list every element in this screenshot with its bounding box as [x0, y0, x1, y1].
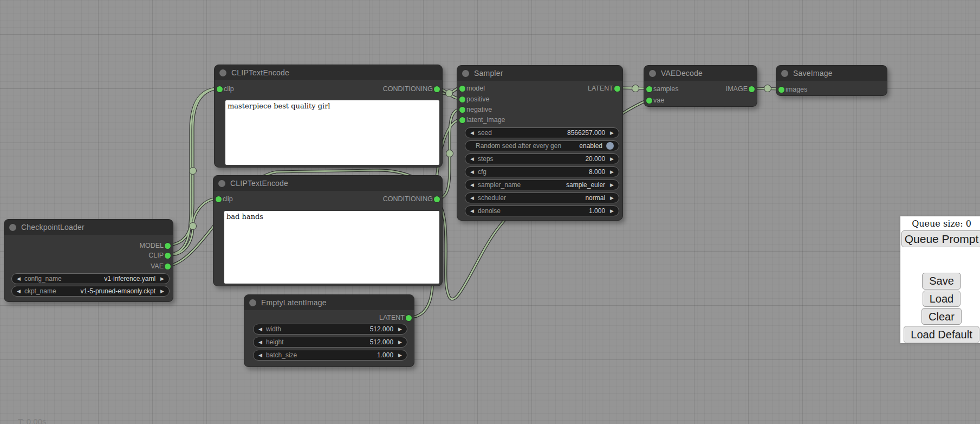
decrement-arrow-icon[interactable]: ◀	[258, 340, 262, 345]
output-port-conditioning[interactable]	[434, 196, 440, 202]
decrement-arrow-icon[interactable]: ◀	[470, 183, 474, 188]
output-label-conditioning: CONDITIONING	[383, 195, 433, 203]
widget-label: ckpt_name	[24, 287, 56, 295]
input-port-images[interactable]	[778, 87, 784, 93]
collapse-dot-icon[interactable]	[649, 70, 656, 77]
increment-arrow-icon[interactable]: ▶	[610, 209, 614, 214]
increment-arrow-icon[interactable]: ▶	[610, 183, 614, 188]
widget-scheduler[interactable]: ◀ scheduler normal ▶	[465, 192, 619, 203]
widget-value: 8566257.000	[567, 129, 605, 137]
output-port-latent[interactable]	[406, 315, 412, 321]
collapse-dot-icon[interactable]	[218, 180, 225, 187]
node-title-label: CLIPTextEncode	[231, 68, 289, 77]
widget-value: 512.000	[370, 325, 393, 333]
input-port-clip[interactable]	[216, 196, 222, 202]
increment-arrow-icon[interactable]: ▶	[160, 289, 164, 294]
output-port-model[interactable]	[165, 243, 171, 249]
decrement-arrow-icon[interactable]: ◀	[17, 277, 21, 281]
prompt-textarea[interactable]	[225, 100, 439, 165]
save-button[interactable]: Save	[922, 273, 961, 290]
decrement-arrow-icon[interactable]: ◀	[470, 131, 474, 136]
widget-denoise[interactable]: ◀ denoise 1.000 ▶	[465, 205, 619, 216]
node-save-image[interactable]: SaveImage images	[776, 65, 887, 96]
input-port-model[interactable]	[459, 86, 465, 92]
widget-sampler-name[interactable]: ◀ sampler_name sample_euler ▶	[465, 179, 619, 190]
increment-arrow-icon[interactable]: ▶	[610, 170, 614, 175]
output-port-conditioning[interactable]	[434, 86, 440, 92]
input-port-clip[interactable]	[217, 86, 223, 92]
node-title-label: SaveImage	[793, 69, 833, 78]
node-vae-decode[interactable]: VAEDecode samples IMAGE vae	[644, 65, 757, 107]
widget-random-seed-toggle[interactable]: Random seed after every gen enabled	[465, 140, 619, 151]
prompt-textarea[interactable]	[224, 211, 439, 284]
widget-value: 512.000	[370, 338, 393, 346]
widget-seed[interactable]: ◀ seed 8566257.000 ▶	[465, 127, 619, 138]
collapse-dot-icon[interactable]	[249, 299, 256, 306]
widget-label: steps	[478, 155, 494, 163]
load-default-button[interactable]: Load Default	[904, 326, 979, 343]
node-titlebar[interactable]: Sampler	[457, 66, 622, 81]
clear-button[interactable]: Clear	[921, 308, 962, 325]
decrement-arrow-icon[interactable]: ◀	[470, 196, 474, 201]
output-port-latent[interactable]	[614, 86, 620, 92]
comfyui-canvas[interactable]: { "canvas": { "status_text": "T: 0.00s" …	[0, 0, 980, 424]
increment-arrow-icon[interactable]: ▶	[610, 131, 614, 136]
node-titlebar[interactable]: VAEDecode	[644, 66, 757, 81]
decrement-arrow-icon[interactable]: ◀	[470, 209, 474, 214]
queue-prompt-button[interactable]: Queue Prompt	[901, 230, 980, 247]
increment-arrow-icon[interactable]: ▶	[398, 327, 402, 332]
output-label-image: IMAGE	[726, 85, 748, 93]
increment-arrow-icon[interactable]: ▶	[398, 340, 402, 345]
widget-ckpt-name[interactable]: ◀ ckpt_name v1-5-pruned-emaonly.ckpt ▶	[11, 286, 170, 297]
node-title-label: VAEDecode	[661, 69, 703, 78]
node-checkpoint-loader[interactable]: CheckpointLoader MODEL CLIP VAE ◀ config…	[4, 219, 173, 302]
widget-height[interactable]: ◀ height 512.000 ▶	[253, 337, 407, 348]
port-row-negative: negative	[457, 105, 492, 114]
load-button[interactable]: Load	[923, 291, 961, 307]
input-port-positive[interactable]	[459, 97, 465, 102]
input-port-samples[interactable]	[646, 86, 652, 92]
widget-batch-size[interactable]: ◀ batch_size 1.000 ▶	[253, 350, 407, 361]
input-port-negative[interactable]	[459, 107, 465, 113]
output-port-vae[interactable]	[165, 264, 171, 269]
node-clip-text-encode-negative[interactable]: CLIPTextEncode clip CONDITIONING	[213, 175, 443, 286]
widget-steps[interactable]: ◀ steps 20.000 ▶	[465, 153, 619, 164]
decrement-arrow-icon[interactable]: ◀	[258, 353, 262, 358]
input-label-model: model	[466, 85, 485, 92]
input-port-vae[interactable]	[646, 98, 652, 104]
widget-config-name[interactable]: ◀ config_name v1-inference.yaml ▶	[11, 273, 170, 284]
widget-label: denoise	[478, 207, 501, 215]
output-port-clip[interactable]	[165, 253, 171, 259]
node-empty-latent-image[interactable]: EmptyLatentImage LATENT ◀ width 512.000 …	[244, 294, 414, 367]
node-titlebar[interactable]: SaveImage	[776, 66, 887, 81]
input-port-latent-image[interactable]	[459, 117, 465, 123]
collapse-dot-icon[interactable]	[219, 69, 226, 76]
node-titlebar[interactable]: CLIPTextEncode	[213, 176, 442, 191]
widget-cfg[interactable]: ◀ cfg 8.000 ▶	[465, 166, 619, 177]
collapse-dot-icon[interactable]	[462, 70, 469, 77]
collapse-dot-icon[interactable]	[9, 224, 16, 231]
node-title-label: EmptyLatentImage	[261, 298, 327, 307]
collapse-dot-icon[interactable]	[781, 70, 788, 77]
increment-arrow-icon[interactable]: ▶	[398, 353, 402, 358]
toggle-dot-icon[interactable]	[606, 142, 614, 150]
decrement-arrow-icon[interactable]: ◀	[470, 157, 474, 162]
widget-value: 20.000	[585, 155, 605, 163]
decrement-arrow-icon[interactable]: ◀	[470, 170, 474, 175]
node-sampler[interactable]: Sampler model LATENT positive negative l…	[457, 65, 623, 221]
node-titlebar[interactable]: EmptyLatentImage	[244, 295, 414, 310]
output-port-image[interactable]	[749, 86, 755, 92]
widget-width[interactable]: ◀ width 512.000 ▶	[253, 324, 407, 335]
increment-arrow-icon[interactable]: ▶	[610, 157, 614, 162]
increment-arrow-icon[interactable]: ▶	[160, 277, 164, 281]
increment-arrow-icon[interactable]: ▶	[610, 196, 614, 201]
widget-label: batch_size	[266, 351, 297, 359]
node-title-label: Sampler	[474, 69, 503, 78]
node-titlebar[interactable]: CheckpointLoader	[4, 220, 173, 235]
decrement-arrow-icon[interactable]: ◀	[258, 327, 262, 332]
output-label: CLIP	[148, 252, 164, 259]
input-label-positive: positive	[466, 95, 489, 103]
node-clip-text-encode-positive[interactable]: CLIPTextEncode clip CONDITIONING	[214, 65, 443, 168]
decrement-arrow-icon[interactable]: ◀	[17, 289, 21, 294]
node-titlebar[interactable]: CLIPTextEncode	[215, 65, 442, 80]
